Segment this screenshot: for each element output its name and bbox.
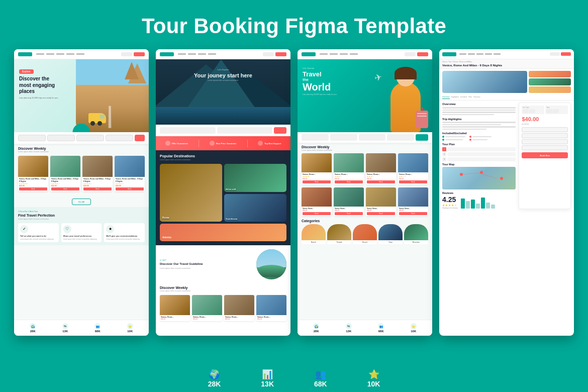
card1-headline: Discover themost engagingplaces [19,76,58,95]
card1-search-bar [14,132,149,144]
card1-see-all-btn[interactable]: See All [72,199,91,205]
footer-stat-1: 🌍 28K [208,369,221,388]
preview-card-2: Let's Explore Your jouney start here Lor… [156,49,290,336]
card4-book-btn[interactable]: Book Now [522,152,568,158]
stat-28k-footer: 28K [208,380,221,388]
preview-container: Explore Discover themost engagingplaces … [0,49,588,336]
footer-stat-2: 📊 13K [261,369,274,388]
svg-line-0 [460,173,478,175]
card4-overview-title: Overview [442,103,516,106]
dest-card-1: Venice, Rome and Milan - 9 Days 8 Nights… [18,156,48,191]
card4-overview-section: Overview [442,103,516,115]
page-title: Tour Booking Figma Template [10,14,578,38]
card1-logo [18,52,32,56]
card1-stats-footer: 🌍 28K % 13K 👥 68K ⭐ 10K [14,320,149,336]
card2-hero: Let's Explore Your jouney start here Lor… [156,59,290,125]
stat-10k-footer: 10K [367,380,380,388]
card3-discover-title: Discover Weekly [302,145,428,149]
card2-popular-title: Popular Destinations [160,154,286,158]
card1-subtext: Late planning 50,000 trips are ready for… [19,96,58,99]
card4-price-display: $40.00 [522,116,568,122]
card3-travel-text: Travel [303,71,337,78]
card1-explore-badge: Explore [19,69,34,74]
footer-stat-4: ⭐ 10K [367,369,380,388]
stat-68k-footer: 68K [314,380,327,388]
card4-review-score: 4.25 [442,195,458,204]
card1-navbar [14,49,149,59]
dest-rome: Rome [160,164,222,222]
card3-search-btn[interactable] [416,134,428,141]
stat-13k: 13K [62,330,68,333]
card1-signup-btn[interactable] [134,52,145,56]
card2-hero-title: Your jouney start here [156,72,290,78]
stat-10k: 10K [127,330,133,333]
card2-guideline-title: Discover Our Travel Guideline [160,262,252,266]
card3-stats-footer: 🌍 28K % 13K 👥 68K ⭐ 10K [298,320,432,336]
footer-stat-3: 👥 68K [314,369,327,388]
card2-discover-title: Discover Weekly [160,286,286,289]
card2-search-btn[interactable] [274,127,286,134]
dest-card-3: Venice, Rome and Milan - 9 Days 8 Nights… [82,156,113,191]
dest-card-2: Venice, Rome and Milan - 9 Days 8 Nights… [50,156,80,191]
card1-hero: Explore Discover themost engagingplaces … [14,59,149,132]
dest-card-4: Venice, Rome and Milan - 9 Days 8 Nights… [115,156,145,191]
card1-dest-grid: Venice, Rome and Milan - 9 Days 8 Nights… [14,154,149,193]
card4-signup-btn[interactable] [561,52,571,56]
stat-28k: 28K [30,330,36,333]
card4-navbar [439,49,574,59]
footer-stats: 🌍 28K 📊 13K 👥 68K ⭐ 10K [0,364,588,392]
card2-feature-bar: Offer Guarantees Best Price Guarantee To… [156,136,290,150]
card3-signup-btn[interactable] [417,52,428,56]
preview-card-3: ✈ Lets Journey Travel the World Late pla… [298,49,432,336]
stat-13k-footer: 13K [261,380,274,388]
page-header: Tour Booking Figma Template [0,0,588,49]
card3-world-text: World [303,82,337,92]
card4-breadcrumb: Home / Trip / Venice, Rome and Milan [442,61,571,63]
card3-hero: ✈ Lets Journey Travel the World Late pla… [298,59,432,132]
card1-find-travel-title: Find Travel Perfection [18,214,145,217]
svg-line-1 [478,173,497,178]
dest-africa: Africa wild [224,164,286,192]
card3-categories-title: Categories [302,219,428,223]
card2-navbar [156,49,290,59]
dest-scand: Scandinavia [224,194,286,222]
plane-icon: ✈ [373,71,383,83]
card1-login-btn[interactable] [121,52,132,56]
preview-card-4: Home / Trip / Venice, Rome and Milan Ven… [439,49,574,336]
card1-discover-title: Discover Weekly [18,147,145,150]
card1-search-btn[interactable] [135,135,145,141]
preview-card-1: Explore Discover themost engagingplaces … [14,49,149,336]
stat-68k: 68K [94,330,101,333]
card4-page-title: Venice, Rome And Milan - 9 Days 8 Nights [442,64,571,67]
card3-navbar [298,49,432,59]
card2-signup-btn[interactable] [275,52,286,56]
